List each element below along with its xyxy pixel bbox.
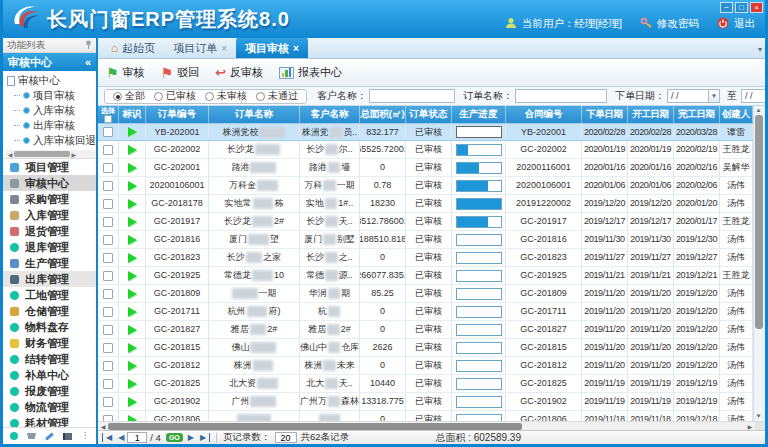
sidebar-item[interactable]: 结转管理 [3,351,96,367]
column-header[interactable]: 完工日期 [674,106,720,123]
row-select-cell[interactable] [98,285,119,302]
pencil-icon[interactable] [45,432,54,440]
checkbox-icon[interactable] [103,253,113,263]
row-select-cell[interactable] [98,141,119,158]
row-select-cell[interactable] [98,195,119,212]
sidebar-item[interactable]: 退库管理 [3,239,96,255]
table-row[interactable]: GC-201806█████████████0已审核GC-2018062019/… [98,411,753,421]
table-row[interactable]: GC-201925常德龙█████10常德███源..266077.835..已… [98,267,753,285]
checkbox-icon[interactable] [103,163,113,173]
checkbox-icon[interactable] [103,379,113,389]
column-header[interactable]: 生产进度 [452,106,506,123]
row-select-cell[interactable] [98,267,119,284]
table-row[interactable]: GC-201809██████一期华润███期85.25已审核GC-201809… [98,285,753,303]
row-select-cell[interactable] [98,124,119,140]
radio-all[interactable]: 全部 [113,89,145,103]
next-page-button[interactable]: ▶ [185,433,197,442]
sidebar-item[interactable]: 入库管理 [3,207,96,223]
sidebar-item[interactable]: 报废管理 [3,383,96,399]
audit-button[interactable]: ⚑ 审核 [106,65,145,80]
sidebar-item[interactable]: 退货管理 [3,223,96,239]
tree-item[interactable]: 出库审核 [6,118,96,133]
checkbox-icon[interactable] [103,235,113,245]
unaudit-button[interactable]: ↩ 反审核 [215,65,263,80]
radio-audited[interactable]: 已审核 [154,89,196,103]
checkbox-icon[interactable] [103,397,113,407]
table-row[interactable]: 20200106001万科金█████万科███一期0.78已审核2020010… [98,177,753,195]
table-row[interactable]: GC-201902广州██████广州万███森林13318.775已审核GC-… [98,393,753,411]
sidebar-item[interactable]: 补单中心 [3,367,96,383]
scroll-down-icon[interactable]: ▼ [756,412,762,421]
sidebar-item[interactable]: 生产管理 [3,255,96,271]
column-header[interactable]: 订单名称 [209,106,300,123]
column-header[interactable]: 客户名称 [300,106,360,123]
column-header[interactable]: 开工日期 [628,106,674,123]
module-dot-icon[interactable] [10,432,18,440]
checkbox-icon[interactable] [103,217,113,227]
row-select-cell[interactable] [98,213,119,230]
sidebar-item[interactable]: 项目管理 [3,159,96,175]
checkbox-icon[interactable] [103,181,113,191]
vertical-scrollbar[interactable]: ▲ ▼ [753,106,763,421]
calendar-dropdown-icon[interactable]: ▼ [708,90,719,102]
collapse-icon[interactable]: « [85,56,91,68]
scroll-left-icon[interactable]: ◀ [6,151,14,158]
table-row[interactable]: YB-202001株洲党校██████株洲党███员..832.177已审核YB… [98,123,753,141]
select-all-checkbox[interactable] [104,115,112,123]
prev-page-button[interactable]: ◀ [115,433,127,442]
column-header[interactable]: 订单状态 [406,106,452,123]
sidebar-item[interactable]: 财务管理 [3,335,96,351]
column-header[interactable]: 总面积(㎡) [360,106,406,123]
row-select-cell[interactable] [98,231,119,248]
radio-icon[interactable] [256,92,265,101]
close-tab-icon[interactable]: × [293,43,299,54]
row-select-cell[interactable] [98,159,119,176]
page-size-input[interactable] [275,432,297,443]
row-select-cell[interactable] [98,177,119,194]
order-date-to-input[interactable]: / /▼ [741,89,765,103]
sidebar-item[interactable]: 采购管理 [3,191,96,207]
checkbox-icon[interactable] [103,325,113,335]
checkbox-icon[interactable] [103,289,113,299]
tab-home[interactable]: ⌂ 起始页 [102,38,164,58]
logout-link[interactable]: 退出 [734,17,755,31]
row-select-cell[interactable] [98,375,119,392]
scroll-right-icon[interactable]: ▶ [745,423,755,430]
column-header[interactable]: 标识 [119,106,146,123]
tab-overflow-icon[interactable]: ▾ [758,45,762,54]
cart-icon[interactable] [27,433,36,439]
more-options-icon[interactable]: ⋮ [81,432,89,440]
first-page-button[interactable]: ◀ [102,433,115,442]
order-name-input[interactable] [515,89,607,103]
column-header[interactable]: 创建人 [720,106,753,123]
checkbox-icon[interactable] [103,361,113,371]
sidebar-item[interactable]: 出库管理 [3,271,96,287]
column-header[interactable]: 合同编号 [506,106,582,123]
tree-item[interactable]: 入库审核回退 [6,133,96,148]
row-select-cell[interactable] [98,303,119,320]
row-select-cell[interactable] [98,411,119,421]
radio-unaudited[interactable]: 未审核 [205,89,247,103]
row-select-cell[interactable] [98,321,119,338]
scroll-left-icon[interactable]: ◀ [98,423,108,430]
select-all-header[interactable]: 选择 [98,106,119,123]
table-row[interactable]: GC-201812株洲█████株洲███未来0已审核GC-2018122019… [98,357,753,375]
close-tab-icon[interactable]: × [221,43,227,54]
tree-item[interactable]: 入库审核 [6,103,96,118]
checkbox-icon[interactable] [103,199,113,209]
table-row[interactable]: GC-202001路港██████路港███墙0已审核2020011600120… [98,159,753,177]
sidebar-item[interactable]: 耗材管理 [3,415,96,427]
order-date-from-input[interactable]: / /▼ [667,89,720,103]
tree-item[interactable]: 项目审核 [6,88,96,103]
pin-icon[interactable] [85,40,92,51]
table-row[interactable]: GC-201816厦门█████望厦门███别墅188510.818已审核GC-… [98,231,753,249]
table-row[interactable]: GC-202002长沙龙██████长沙███尔..65525.7200..已审… [98,141,753,159]
checkbox-icon[interactable] [103,145,113,155]
sidebar-item[interactable]: 工地管理 [3,287,96,303]
sidebar-item[interactable]: 物料盘存 [3,319,96,335]
table-row[interactable]: GC-201815佛山██████佛山中███仓库2626已审核GC-20181… [98,339,753,357]
table-row[interactable]: GC-201711杭州█████府)杭███0已审核GC-2017112019/… [98,303,753,321]
scroll-right-icon[interactable]: ▶ [70,151,78,158]
table-row[interactable]: GC-201823长沙████之家长沙███之..0已审核GC-20182320… [98,249,753,267]
close-button[interactable]: × [750,2,763,13]
